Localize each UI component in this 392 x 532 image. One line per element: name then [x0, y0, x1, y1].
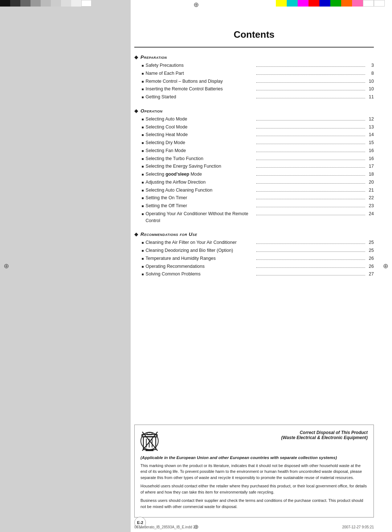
svg-rect-2 [147, 433, 152, 435]
weee-header: Correct Disposal of This Product (Waste … [140, 430, 368, 452]
page-title: Contents [134, 29, 374, 40]
toc-page: 12 [367, 116, 374, 123]
content-divider [134, 47, 374, 48]
toc-item: ■ Selecting Cool Mode 13 [142, 124, 374, 131]
toc-item: ■ Temperature and Humidity Ranges 26 [142, 255, 374, 262]
svg-rect-9 [146, 450, 154, 451]
toc-page: 26 [367, 263, 374, 270]
toc-page: 18 [367, 171, 374, 178]
toc-label: Name of Each Part [146, 70, 254, 77]
toc-page: 14 [367, 131, 374, 138]
toc-label: Operating Your Air Conditioner Without t… [146, 210, 254, 224]
toc-item: ■ Cleaning Deodorizing and Bio filter (O… [142, 247, 374, 254]
right-registration-mark: ⊕ [383, 262, 388, 270]
toc-page: 20 [367, 179, 374, 186]
toc-items-operation: ■ Selecting Auto Mode 12 ■ Selecting Coo… [134, 116, 374, 224]
toc-page: 27 [367, 271, 374, 278]
toc-label: Getting Started [146, 94, 254, 101]
toc-label: Inserting the Remote Control Batteries [146, 86, 254, 93]
toc-page: 25 [367, 239, 374, 246]
toc-page: 25 [367, 247, 374, 254]
weee-para3: Business users should contact their supp… [140, 498, 368, 510]
toc-item: ■ Inserting the Remote Control Batteries… [142, 86, 374, 93]
toc-label: Adjusting the Airflow Direction [146, 179, 254, 186]
toc-page: 13 [367, 124, 374, 131]
toc-label: Selecting Auto Mode [146, 116, 254, 123]
toc-page: 15 [367, 139, 374, 146]
weee-subtitle: (Applicable in the European Union and ot… [140, 455, 368, 460]
section-preparation: ◆ Preparation ■ Safety Precautions 3 ■ N… [134, 54, 374, 101]
toc-item: ■ Operating Your Air Conditioner Without… [142, 210, 374, 224]
toc-label: Selecting the Energy Saving Function [146, 163, 254, 170]
weee-para1: This marking shown on the product or its… [140, 463, 368, 481]
toc-page: 10 [367, 78, 374, 85]
toc-item: ■ Selecting the Energy Saving Function 1… [142, 163, 374, 170]
toc-item: ■ Selecting Heat Mode 14 [142, 131, 374, 138]
toc-item: ■ Operating Recommendations 26 [142, 263, 374, 270]
toc-label: Setting the On Timer [146, 195, 254, 201]
toc-label: Temperature and Humidity Ranges [146, 255, 254, 262]
toc-label: Selecting Dry Mode [146, 139, 254, 146]
section-header-recommendations: ◆ Recommendations for Use [134, 231, 374, 237]
toc-label: Safety Precautions [146, 62, 254, 69]
toc-item: ■ Getting Started 11 [142, 94, 374, 101]
color-bar-right [276, 0, 392, 7]
section-title-operation: Operation [140, 108, 163, 114]
toc-label: Cleaning Deodorizing and Bio filter (Opt… [146, 247, 254, 254]
toc-item: ■ Selecting Auto Mode 12 [142, 116, 374, 123]
toc-page: 16 [367, 147, 374, 154]
toc-page: 3 [367, 62, 374, 69]
weee-title: Correct Disposal of This Product (Waste … [164, 430, 368, 440]
toc-items-recommendations: ■ Cleaning the Air Filter on Your Air Co… [134, 239, 374, 278]
toc-page: 21 [367, 187, 374, 194]
toc-item: ■ Selecting the Turbo Function 16 [142, 155, 374, 162]
section-diamond-operation: ◆ [134, 108, 138, 114]
toc-item: ■ Selecting Fan Mode 16 [142, 147, 374, 154]
toc-item: ■ Solving Common Problems 27 [142, 271, 374, 278]
section-header-operation: ◆ Operation [134, 108, 374, 114]
toc-label: Selecting Auto Cleaning Function [146, 187, 254, 194]
footer-filename: 08'Moderato_IB_28593A_IB_E.indd 2 [134, 525, 195, 529]
toc-page: 16 [367, 155, 374, 162]
toc-label-goodsleep: Selecting good'sleep Mode [146, 171, 254, 178]
toc-page: 22 [367, 195, 374, 201]
footer-timestamp: 2007-12-27 9:05:21 [342, 525, 374, 529]
toc-page: 17 [367, 163, 374, 170]
toc-item: ■ Cleaning the Air Filter on Your Air Co… [142, 239, 374, 246]
toc-item: ■ Selecting good'sleep Mode 18 [142, 171, 374, 178]
toc-page: 24 [367, 210, 374, 217]
toc-items-preparation: ■ Safety Precautions 3 ■ Name of Each Pa… [134, 62, 374, 101]
toc-item: ■ Safety Precautions 3 [142, 62, 374, 69]
weee-notice-box: Correct Disposal of This Product (Waste … [134, 425, 374, 518]
toc-item: ■ Name of Each Part 8 [142, 70, 374, 77]
main-content: Contents ◆ Preparation ■ Safety Precauti… [134, 29, 374, 423]
toc-page: 8 [367, 70, 374, 77]
section-title-recommendations: Recommendations for Use [140, 232, 197, 237]
toc-label: Selecting Fan Mode [146, 147, 254, 154]
toc-page: 23 [367, 202, 374, 209]
footer-registration-mark: ⊕ [194, 523, 199, 530]
toc-page: 10 [367, 86, 374, 93]
toc-label: Remote Control – Buttons and Display [146, 78, 254, 85]
toc-label: Selecting Cool Mode [146, 124, 254, 131]
toc-item: ■ Remote Control – Buttons and Display 1… [142, 78, 374, 85]
toc-label: Solving Common Problems [146, 271, 254, 278]
toc-page: 11 [367, 94, 374, 101]
left-registration-mark: ⊕ [4, 262, 9, 270]
toc-label: Selecting Heat Mode [146, 131, 254, 138]
section-title-preparation: Preparation [140, 54, 167, 60]
section-diamond-preparation: ◆ [134, 54, 138, 60]
toc-label: Cleaning the Air Filter on Your Air Cond… [146, 239, 254, 246]
toc-page: 26 [367, 255, 374, 262]
toc-label: Setting the Off Timer [146, 202, 254, 209]
toc-item: ■ Selecting Auto Cleaning Function 21 [142, 187, 374, 194]
toc-item: ■ Setting the On Timer 22 [142, 195, 374, 201]
weee-para2: Household users should contact either th… [140, 483, 368, 495]
toc-label: Operating Recommendations [146, 263, 254, 270]
toc-label: Selecting the Turbo Function [146, 155, 254, 162]
section-diamond-recommendations: ◆ [134, 231, 138, 237]
section-operation: ◆ Operation ■ Selecting Auto Mode 12 ■ S… [134, 108, 374, 224]
left-sidebar [0, 0, 131, 532]
toc-item: ■ Setting the Off Timer 23 [142, 202, 374, 209]
weee-icon [140, 430, 159, 452]
